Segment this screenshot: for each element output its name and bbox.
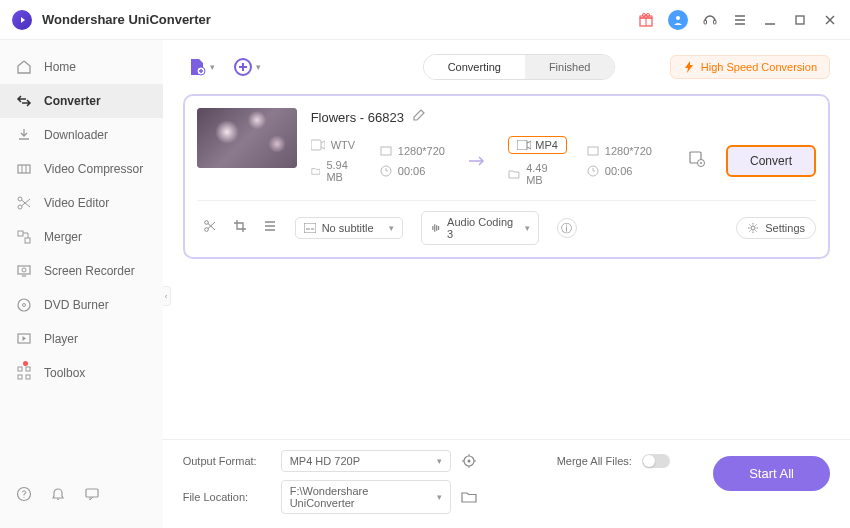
open-folder-icon[interactable] [461, 490, 477, 504]
high-speed-button[interactable]: High Speed Conversion [670, 55, 830, 79]
conversion-tabs: Converting Finished [423, 54, 616, 80]
file-location-select[interactable]: F:\Wondershare UniConverter▾ [281, 480, 451, 514]
close-icon[interactable] [822, 12, 838, 28]
maximize-icon[interactable] [792, 12, 808, 28]
output-settings-icon[interactable] [688, 150, 706, 172]
svg-rect-15 [18, 165, 30, 173]
topbar: ▾ ▾ Converting Finished High Speed Conve… [163, 40, 850, 94]
video-icon [311, 139, 325, 151]
svg-point-4 [647, 13, 650, 16]
svg-point-22 [22, 268, 26, 272]
svg-point-52 [751, 226, 755, 230]
svg-rect-27 [26, 367, 30, 371]
arrow-right-icon [465, 154, 488, 168]
play-icon [16, 331, 32, 347]
edit-name-icon[interactable] [412, 108, 426, 126]
help-icon[interactable] [16, 486, 32, 506]
main-panel: ▾ ▾ Converting Finished High Speed Conve… [163, 40, 850, 528]
format-settings-icon[interactable] [461, 453, 477, 469]
convert-button[interactable]: Convert [726, 145, 816, 177]
svg-rect-26 [18, 367, 22, 371]
svg-point-5 [676, 16, 680, 20]
add-file-button[interactable]: ▾ [183, 53, 219, 81]
sidebar-item-dvd[interactable]: DVD Burner [0, 288, 163, 322]
svg-rect-36 [381, 147, 391, 155]
start-all-button[interactable]: Start All [713, 456, 830, 491]
sidebar-item-toolbox[interactable]: Toolbox [0, 356, 163, 390]
disc-icon [16, 297, 32, 313]
sidebar-bottom [0, 486, 163, 518]
list-icon[interactable] [263, 219, 277, 237]
download-icon [16, 127, 32, 143]
gift-icon[interactable] [638, 12, 654, 28]
svg-rect-49 [304, 223, 316, 233]
merge-icon [16, 229, 32, 245]
audio-icon [430, 223, 441, 233]
svg-rect-19 [25, 238, 30, 243]
sidebar-item-editor[interactable]: Video Editor [0, 186, 163, 220]
svg-rect-35 [311, 140, 321, 150]
sidebar-label: Home [44, 60, 76, 74]
file-name: Flowers - 66823 [311, 110, 404, 125]
cut-icon[interactable] [203, 219, 217, 237]
crop-icon[interactable] [233, 219, 247, 237]
output-format-select[interactable]: MP4 HD 720P▾ [281, 450, 451, 472]
svg-point-31 [23, 497, 24, 498]
output-format-pill[interactable]: MP4 [508, 136, 567, 154]
sidebar-label: Player [44, 332, 78, 346]
bell-icon[interactable] [50, 486, 66, 506]
sidebar-item-player[interactable]: Player [0, 322, 163, 356]
subtitle-select[interactable]: No subtitle ▾ [295, 217, 403, 239]
sidebar-item-compressor[interactable]: Video Compressor [0, 152, 163, 186]
compress-icon [16, 161, 32, 177]
notification-dot-icon [23, 361, 28, 366]
settings-button[interactable]: Settings [736, 217, 816, 239]
tab-finished[interactable]: Finished [525, 55, 615, 79]
folder-icon [311, 165, 321, 177]
svg-rect-18 [18, 231, 23, 236]
footer: Output Format: MP4 HD 720P▾ Merge All Fi… [163, 439, 850, 528]
sidebar-label: Screen Recorder [44, 264, 135, 278]
svg-point-3 [643, 13, 646, 16]
file-card: Flowers - 66823 WTV 5.94 MB 1280*720 00:… [183, 94, 830, 259]
hamburger-icon[interactable] [732, 12, 748, 28]
add-url-button[interactable]: ▾ [229, 53, 265, 81]
svg-rect-2 [640, 16, 652, 18]
gear-icon [747, 222, 759, 234]
svg-point-54 [467, 460, 470, 463]
svg-rect-39 [588, 147, 598, 155]
sidebar-item-recorder[interactable]: Screen Recorder [0, 254, 163, 288]
svg-point-23 [18, 299, 30, 311]
svg-point-43 [700, 162, 702, 164]
sidebar-label: Merger [44, 230, 82, 244]
user-avatar-icon[interactable] [668, 10, 688, 30]
sidebar-item-converter[interactable]: Converter [0, 84, 163, 118]
merge-toggle[interactable] [642, 454, 670, 468]
scissors-icon [16, 195, 32, 211]
lightning-icon [683, 61, 695, 73]
sidebar-label: Toolbox [44, 366, 85, 380]
minimize-icon[interactable] [762, 12, 778, 28]
converter-icon [16, 93, 32, 109]
feedback-icon[interactable] [84, 486, 100, 506]
svg-point-24 [23, 304, 26, 307]
sidebar-label: Downloader [44, 128, 108, 142]
audio-select[interactable]: Audio Coding 3 ▾ [421, 211, 539, 245]
sidebar-label: Converter [44, 94, 101, 108]
tab-converting[interactable]: Converting [424, 55, 525, 79]
grid-icon [16, 365, 32, 381]
headset-icon[interactable] [702, 12, 718, 28]
info-icon[interactable]: ⓘ [557, 218, 577, 238]
output-format-label: Output Format: [183, 455, 271, 467]
sidebar-item-downloader[interactable]: Downloader [0, 118, 163, 152]
sidebar-item-merger[interactable]: Merger [0, 220, 163, 254]
video-thumbnail[interactable] [197, 108, 297, 168]
file-location-label: File Location: [183, 491, 271, 503]
svg-rect-32 [86, 489, 98, 497]
app-title: Wondershare UniConverter [42, 12, 211, 27]
home-icon [16, 59, 32, 75]
svg-rect-20 [18, 266, 30, 274]
sidebar-item-home[interactable]: Home [0, 50, 163, 84]
svg-rect-28 [18, 375, 22, 379]
chevron-down-icon: ▾ [256, 62, 261, 72]
